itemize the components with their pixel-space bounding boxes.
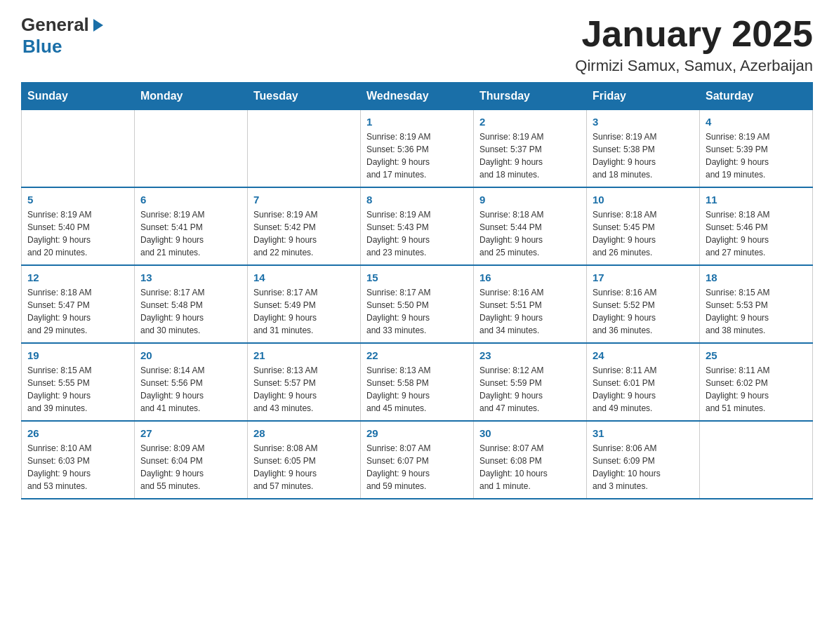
calendar-cell: 21Sunrise: 8:13 AM Sunset: 5:57 PM Dayli…	[248, 343, 361, 421]
day-number: 13	[140, 271, 241, 283]
day-info: Sunrise: 8:11 AM Sunset: 6:02 PM Dayligh…	[706, 364, 807, 415]
calendar-cell: 27Sunrise: 8:09 AM Sunset: 6:04 PM Dayli…	[135, 421, 248, 499]
day-info: Sunrise: 8:15 AM Sunset: 5:55 PM Dayligh…	[27, 364, 128, 415]
calendar-cell: 18Sunrise: 8:15 AM Sunset: 5:53 PM Dayli…	[700, 265, 813, 343]
day-info: Sunrise: 8:06 AM Sunset: 6:09 PM Dayligh…	[593, 442, 694, 492]
calendar-cell	[22, 110, 135, 188]
day-number: 3	[593, 116, 694, 128]
day-number: 20	[140, 349, 241, 361]
day-number: 2	[479, 116, 581, 128]
day-info: Sunrise: 8:18 AM Sunset: 5:47 PM Dayligh…	[27, 286, 128, 337]
day-number: 26	[27, 427, 128, 439]
day-info: Sunrise: 8:13 AM Sunset: 5:58 PM Dayligh…	[366, 364, 468, 415]
calendar-cell: 11Sunrise: 8:18 AM Sunset: 5:46 PM Dayli…	[700, 187, 813, 265]
day-number: 8	[366, 194, 468, 206]
calendar-cell: 10Sunrise: 8:18 AM Sunset: 5:45 PM Dayli…	[587, 187, 700, 265]
day-number: 7	[253, 194, 355, 206]
day-info: Sunrise: 8:18 AM Sunset: 5:45 PM Dayligh…	[593, 208, 694, 259]
day-info: Sunrise: 8:15 AM Sunset: 5:53 PM Dayligh…	[706, 286, 807, 337]
page-header: General Blue January 2025 Qirmizi Samux,…	[21, 14, 813, 75]
calendar-cell: 29Sunrise: 8:07 AM Sunset: 6:07 PM Dayli…	[361, 421, 474, 499]
calendar-week-row: 5Sunrise: 8:19 AM Sunset: 5:40 PM Daylig…	[22, 187, 813, 265]
day-info: Sunrise: 8:19 AM Sunset: 5:43 PM Dayligh…	[366, 208, 468, 259]
day-number: 21	[253, 349, 355, 361]
calendar-cell: 23Sunrise: 8:12 AM Sunset: 5:59 PM Dayli…	[474, 343, 587, 421]
calendar-cell: 20Sunrise: 8:14 AM Sunset: 5:56 PM Dayli…	[135, 343, 248, 421]
calendar-cell: 12Sunrise: 8:18 AM Sunset: 5:47 PM Dayli…	[22, 265, 135, 343]
weekday-header-row: SundayMondayTuesdayWednesdayThursdayFrid…	[22, 83, 813, 110]
logo: General Blue	[21, 14, 106, 58]
day-info: Sunrise: 8:09 AM Sunset: 6:04 PM Dayligh…	[140, 442, 241, 492]
day-number: 28	[253, 427, 355, 439]
day-info: Sunrise: 8:13 AM Sunset: 5:57 PM Dayligh…	[253, 364, 355, 415]
calendar-table: SundayMondayTuesdayWednesdayThursdayFrid…	[21, 82, 813, 499]
day-number: 24	[593, 349, 694, 361]
calendar-cell	[135, 110, 248, 188]
calendar-cell: 15Sunrise: 8:17 AM Sunset: 5:50 PM Dayli…	[361, 265, 474, 343]
calendar-cell: 25Sunrise: 8:11 AM Sunset: 6:02 PM Dayli…	[700, 343, 813, 421]
day-number: 14	[253, 271, 355, 283]
calendar-week-row: 12Sunrise: 8:18 AM Sunset: 5:47 PM Dayli…	[22, 265, 813, 343]
day-number: 12	[27, 271, 128, 283]
day-info: Sunrise: 8:17 AM Sunset: 5:49 PM Dayligh…	[253, 286, 355, 337]
day-number: 18	[706, 271, 807, 283]
calendar-cell: 24Sunrise: 8:11 AM Sunset: 6:01 PM Dayli…	[587, 343, 700, 421]
calendar-cell: 2Sunrise: 8:19 AM Sunset: 5:37 PM Daylig…	[474, 110, 587, 188]
weekday-header-wednesday: Wednesday	[361, 83, 474, 110]
day-info: Sunrise: 8:08 AM Sunset: 6:05 PM Dayligh…	[253, 442, 355, 492]
day-info: Sunrise: 8:10 AM Sunset: 6:03 PM Dayligh…	[27, 442, 128, 492]
day-info: Sunrise: 8:19 AM Sunset: 5:42 PM Dayligh…	[253, 208, 355, 259]
calendar-cell: 6Sunrise: 8:19 AM Sunset: 5:41 PM Daylig…	[135, 187, 248, 265]
day-number: 16	[479, 271, 581, 283]
calendar-subtitle: Qirmizi Samux, Samux, Azerbaijan	[575, 57, 813, 75]
day-info: Sunrise: 8:19 AM Sunset: 5:37 PM Dayligh…	[479, 130, 581, 181]
logo-blue-text: Blue	[22, 36, 62, 57]
day-number: 5	[27, 194, 128, 206]
day-info: Sunrise: 8:17 AM Sunset: 5:50 PM Dayligh…	[366, 286, 468, 337]
calendar-week-row: 19Sunrise: 8:15 AM Sunset: 5:55 PM Dayli…	[22, 343, 813, 421]
calendar-cell: 30Sunrise: 8:07 AM Sunset: 6:08 PM Dayli…	[474, 421, 587, 499]
weekday-header-thursday: Thursday	[474, 83, 587, 110]
day-number: 29	[366, 427, 468, 439]
day-info: Sunrise: 8:19 AM Sunset: 5:38 PM Dayligh…	[593, 130, 694, 181]
day-info: Sunrise: 8:19 AM Sunset: 5:40 PM Dayligh…	[27, 208, 128, 259]
title-section: January 2025 Qirmizi Samux, Samux, Azerb…	[575, 14, 813, 75]
calendar-cell	[700, 421, 813, 499]
weekday-header-friday: Friday	[587, 83, 700, 110]
day-number: 1	[366, 116, 468, 128]
calendar-cell: 7Sunrise: 8:19 AM Sunset: 5:42 PM Daylig…	[248, 187, 361, 265]
calendar-cell: 1Sunrise: 8:19 AM Sunset: 5:36 PM Daylig…	[361, 110, 474, 188]
day-number: 25	[706, 349, 807, 361]
calendar-cell: 19Sunrise: 8:15 AM Sunset: 5:55 PM Dayli…	[22, 343, 135, 421]
day-info: Sunrise: 8:07 AM Sunset: 6:07 PM Dayligh…	[366, 442, 468, 492]
calendar-cell: 17Sunrise: 8:16 AM Sunset: 5:52 PM Dayli…	[587, 265, 700, 343]
weekday-header-saturday: Saturday	[700, 83, 813, 110]
calendar-cell: 26Sunrise: 8:10 AM Sunset: 6:03 PM Dayli…	[22, 421, 135, 499]
calendar-cell: 31Sunrise: 8:06 AM Sunset: 6:09 PM Dayli…	[587, 421, 700, 499]
logo-triangle-icon	[91, 18, 106, 33]
day-info: Sunrise: 8:14 AM Sunset: 5:56 PM Dayligh…	[140, 364, 241, 415]
calendar-cell: 8Sunrise: 8:19 AM Sunset: 5:43 PM Daylig…	[361, 187, 474, 265]
day-number: 30	[479, 427, 581, 439]
day-number: 4	[706, 116, 807, 128]
weekday-header-tuesday: Tuesday	[248, 83, 361, 110]
day-number: 11	[706, 194, 807, 206]
day-number: 31	[593, 427, 694, 439]
calendar-cell: 5Sunrise: 8:19 AM Sunset: 5:40 PM Daylig…	[22, 187, 135, 265]
day-number: 10	[593, 194, 694, 206]
calendar-cell	[248, 110, 361, 188]
day-info: Sunrise: 8:11 AM Sunset: 6:01 PM Dayligh…	[593, 364, 694, 415]
day-info: Sunrise: 8:16 AM Sunset: 5:51 PM Dayligh…	[479, 286, 581, 337]
calendar-cell: 13Sunrise: 8:17 AM Sunset: 5:48 PM Dayli…	[135, 265, 248, 343]
calendar-cell: 3Sunrise: 8:19 AM Sunset: 5:38 PM Daylig…	[587, 110, 700, 188]
day-info: Sunrise: 8:07 AM Sunset: 6:08 PM Dayligh…	[479, 442, 581, 492]
day-number: 19	[27, 349, 128, 361]
day-info: Sunrise: 8:18 AM Sunset: 5:44 PM Dayligh…	[479, 208, 581, 259]
calendar-cell: 4Sunrise: 8:19 AM Sunset: 5:39 PM Daylig…	[700, 110, 813, 188]
calendar-cell: 28Sunrise: 8:08 AM Sunset: 6:05 PM Dayli…	[248, 421, 361, 499]
day-info: Sunrise: 8:19 AM Sunset: 5:39 PM Dayligh…	[706, 130, 807, 181]
day-number: 6	[140, 194, 241, 206]
day-info: Sunrise: 8:19 AM Sunset: 5:36 PM Dayligh…	[366, 130, 468, 181]
day-number: 15	[366, 271, 468, 283]
calendar-week-row: 1Sunrise: 8:19 AM Sunset: 5:36 PM Daylig…	[22, 110, 813, 188]
